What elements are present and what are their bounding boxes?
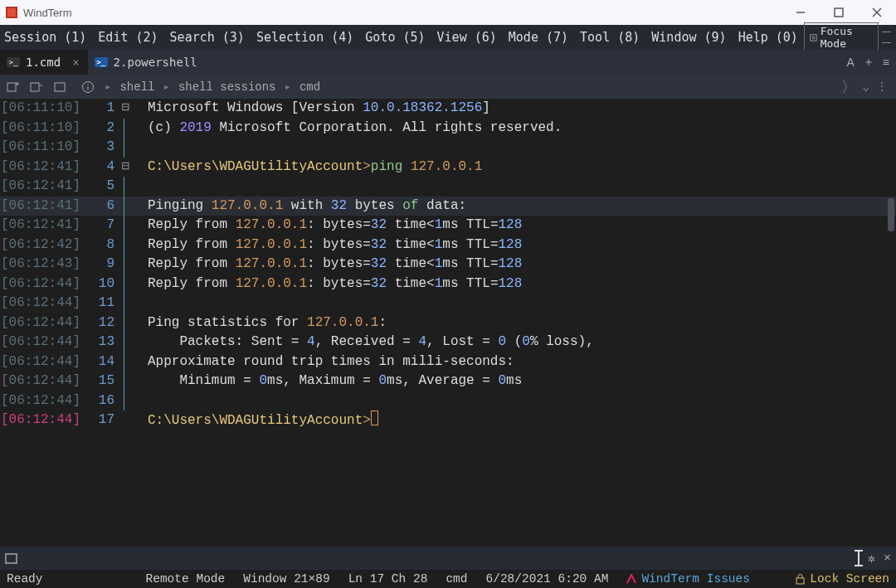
menu-search[interactable]: Search (3) <box>164 30 251 45</box>
timestamp: [06:12:44] <box>1 276 80 291</box>
terminal-output: Reply from 127.0.0.1: bytes=32 time<1ms … <box>133 236 896 255</box>
fold-toggle-icon[interactable]: ⊟ <box>121 159 129 174</box>
terminal-output: Reply from 127.0.0.1: bytes=32 time<1ms … <box>133 216 896 236</box>
line-number: 1 <box>106 100 114 115</box>
terminal-output: (c) 2019 Microsoft Corporation. All righ… <box>133 119 896 138</box>
font-scale-button[interactable]: A <box>846 56 854 69</box>
powershell-icon: >_ <box>95 57 108 67</box>
menu-mode[interactable]: Mode (7) <box>503 30 574 45</box>
chevron-down-icon[interactable]: ⌄ <box>863 80 869 94</box>
status-bar: Ready Remote Mode Window 21×89 Ln 17 Ch … <box>0 570 896 588</box>
terminal-line: [06:12:41]6Pinging 127.0.0.1 with 32 byt… <box>0 197 896 216</box>
fold-guide-line <box>124 177 124 197</box>
timestamp: [06:11:10] <box>1 120 80 135</box>
menu-session[interactable]: Session (1) <box>0 30 92 45</box>
terminal-output: Minimum = 0ms, Maximum = 0ms, Average = … <box>133 372 896 391</box>
tab-label: 1.cmd <box>26 56 61 69</box>
breadcrumb: ▸ shell ▸ shell sessions ▸ cmd <box>100 80 320 94</box>
panel-icon[interactable] <box>5 553 17 564</box>
terminal-line: [06:12:44]16 <box>0 391 896 411</box>
terminal-output: C:\Users\WDAGUtilityAccount>ping 127.0.0… <box>133 158 896 177</box>
timestamp: [06:12:44] <box>1 354 80 369</box>
minimize-button[interactable] <box>782 0 820 25</box>
tab-cmd[interactable]: >_ 1.cmd × <box>0 50 88 75</box>
terminal-line: [06:12:41]7Reply from 127.0.0.1: bytes=3… <box>0 216 896 236</box>
line-number: 7 <box>106 217 114 232</box>
windterm-issues-link[interactable]: WindTerm Issues <box>626 572 750 586</box>
lock-screen-button[interactable]: Lock Screen <box>796 572 896 586</box>
fold-guide-line <box>124 372 124 391</box>
status-window-size: Window 21×89 <box>243 572 329 586</box>
terminal-line: [06:11:10]3 <box>0 138 896 158</box>
maximize-button[interactable] <box>820 0 858 25</box>
breadcrumb-next-icon[interactable]: 〉 <box>841 77 856 97</box>
menu-view[interactable]: View (6) <box>431 30 503 45</box>
fold-guide-line <box>124 255 124 275</box>
tabs-menu-button[interactable]: ≡ <box>883 56 889 69</box>
status-remote-mode[interactable]: Remote Mode <box>146 572 226 586</box>
fold-guide-line <box>124 294 124 313</box>
app-title: WindTerm <box>23 7 72 19</box>
fold-toggle-icon[interactable]: ⊟ <box>121 100 129 115</box>
close-icon[interactable]: × <box>72 56 79 69</box>
crumb-current[interactable]: cmd <box>299 80 320 94</box>
line-number: 14 <box>99 354 114 369</box>
timestamp: [06:12:43] <box>1 256 80 271</box>
terminal-line: [06:12:41]4⊟C:\Users\WDAGUtilityAccount>… <box>0 158 896 177</box>
add-tab-button[interactable]: ＋ <box>863 55 874 70</box>
new-split-add-button[interactable] <box>2 80 25 94</box>
line-number: 5 <box>106 178 114 193</box>
terminal-line: [06:12:41]5 <box>0 177 896 197</box>
focus-mode-button[interactable]: Focus Mode <box>804 22 879 52</box>
close-button[interactable] <box>858 0 896 25</box>
status-ready: Ready <box>7 572 43 586</box>
status-shell: cmd <box>446 572 467 586</box>
timestamp: [06:12:41] <box>1 159 80 174</box>
line-number: 9 <box>106 256 114 271</box>
gear-icon[interactable]: ✲ <box>868 551 875 566</box>
fold-guide-line <box>124 391 124 411</box>
line-number: 17 <box>99 412 114 427</box>
chevron-right-icon: ▸ <box>285 80 291 94</box>
app-icon <box>6 7 17 18</box>
new-split-right-button[interactable] <box>25 80 48 94</box>
info-icon[interactable] <box>76 80 100 94</box>
breadcrumb-bar: ▸ shell ▸ shell sessions ▸ cmd 〉 ⌄ ⋮ <box>0 75 896 99</box>
terminal-line: [06:12:44]15 Minimum = 0ms, Maximum = 0m… <box>0 372 896 391</box>
close-panel-icon[interactable]: × <box>884 552 891 566</box>
menubar: Session (1) Edit (2) Search (3) Selectio… <box>0 25 896 50</box>
line-number: 12 <box>99 315 114 330</box>
scrollbar-thumb[interactable] <box>888 198 894 231</box>
terminal-area[interactable]: [06:11:10]1⊟Microsoft Windows [Version 1… <box>0 99 896 547</box>
svg-rect-15 <box>796 578 804 584</box>
timestamp: [06:12:44] <box>1 315 80 330</box>
vertical-dots-icon[interactable]: ⋮ <box>876 80 888 94</box>
menu-help[interactable]: Help (0) <box>733 30 804 45</box>
crumb-shell[interactable]: shell <box>119 80 154 94</box>
menu-edit[interactable]: Edit (2) <box>92 30 163 45</box>
menu-goto[interactable]: Goto (5) <box>359 30 431 45</box>
panel-stack-icon[interactable] <box>882 32 891 43</box>
timestamp: [06:12:41] <box>1 217 80 232</box>
terminal-output: Reply from 127.0.0.1: bytes=32 time<1ms … <box>133 255 896 275</box>
terminal-line: [06:12:44]12Ping statistics for 127.0.0.… <box>0 313 896 333</box>
timestamp: [06:12:44] <box>1 393 80 408</box>
terminal-line: [06:12:44]13 Packets: Sent = 4, Received… <box>0 333 896 352</box>
tab-powershell[interactable]: >_ 2.powershell <box>88 50 206 75</box>
fold-guide-line <box>124 138 124 158</box>
terminal-line: [06:12:42]8Reply from 127.0.0.1: bytes=3… <box>0 236 896 255</box>
crumb-sessions[interactable]: shell sessions <box>178 80 276 94</box>
terminal-output: Pinging 127.0.0.1 with 32 bytes of data: <box>133 197 896 216</box>
terminal-output <box>133 138 896 158</box>
chevron-right-icon: ▸ <box>163 80 169 94</box>
timestamp: [06:12:44] <box>1 412 80 427</box>
terminal-output <box>133 391 896 411</box>
menu-selection[interactable]: Selection (4) <box>251 30 359 45</box>
menu-tool[interactable]: Tool (8) <box>574 30 645 45</box>
timestamp: [06:12:44] <box>1 295 80 310</box>
terminal-output: Microsoft Windows [Version 10.0.18362.12… <box>133 99 896 119</box>
menu-window[interactable]: Window (9) <box>645 30 732 45</box>
terminal-line: [06:12:43]9Reply from 127.0.0.1: bytes=3… <box>0 255 896 275</box>
new-window-button[interactable] <box>48 80 71 94</box>
status-cursor-pos: Ln 17 Ch 28 <box>348 572 428 586</box>
